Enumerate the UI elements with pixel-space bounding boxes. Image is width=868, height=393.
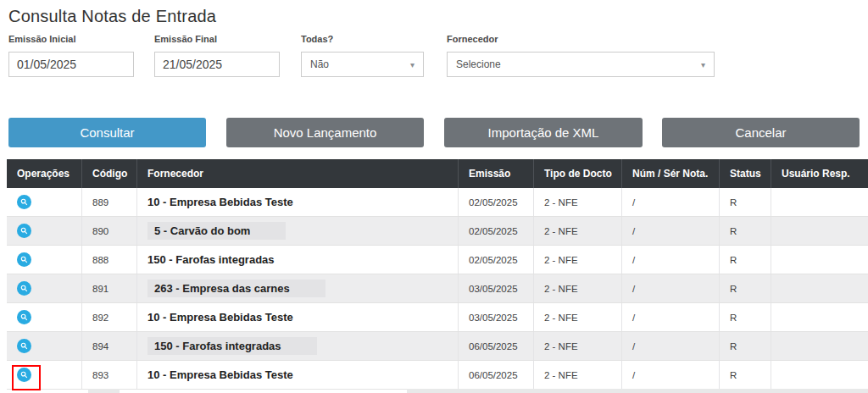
codigo-cell: 890: [82, 217, 137, 245]
notas-table: Operações Código Fornecedor Emissão Tipo…: [7, 159, 868, 390]
table-row: 894 150 - Farofas integradas 06/05/2025 …: [7, 332, 868, 361]
fornecedor-value: 150 - Farofas integradas: [147, 253, 275, 266]
view-nota-button[interactable]: [17, 281, 31, 296]
emissao-cell: 06/05/2025: [459, 332, 534, 360]
usuario-resp-cell: [771, 217, 868, 245]
column-header-fornecedor: Fornecedor: [137, 159, 459, 188]
annotation-red-box: [12, 365, 41, 390]
fornecedor-cell: 5 - Carvão do bom: [137, 217, 459, 245]
emissao-cell: 03/05/2025: [459, 303, 534, 331]
novo-lancamento-button[interactable]: Novo Lançamento: [226, 118, 424, 147]
todas-selected-value: Não: [310, 58, 329, 70]
todas-label: Todas?: [301, 34, 424, 44]
column-header-operacoes: Operações: [7, 159, 82, 188]
fornecedor-label: Fornecedor: [447, 34, 715, 44]
operacoes-cell: [7, 246, 82, 274]
status-cell: R: [720, 332, 771, 360]
num-ser-nota-cell: /: [622, 188, 720, 216]
num-ser-nota-cell: /: [622, 332, 720, 360]
view-nota-button[interactable]: [17, 252, 31, 267]
codigo-cell: 892: [82, 303, 137, 331]
fornecedor-value: 263 - Empresa das carnes: [147, 280, 326, 297]
field-fornecedor: Fornecedor Selecione ▾: [447, 34, 715, 77]
partial-next-row-strip: [88, 389, 120, 393]
usuario-resp-cell: [771, 303, 868, 331]
fornecedor-selected-value: Selecione: [456, 58, 501, 70]
num-ser-nota-cell: /: [622, 274, 720, 302]
tipo-docto-cell: 2 - NFE: [534, 274, 622, 302]
status-cell: R: [720, 303, 771, 331]
num-ser-nota-cell: /: [622, 246, 720, 274]
operacoes-cell: [7, 332, 82, 360]
usuario-resp-cell: [771, 332, 868, 360]
partial-next-row-strip: [407, 389, 868, 393]
fornecedor-cell: 263 - Empresa das carnes: [137, 274, 459, 302]
tipo-docto-cell: 2 - NFE: [534, 188, 622, 216]
usuario-resp-cell: [771, 361, 868, 389]
status-cell: R: [720, 274, 771, 302]
status-cell: R: [720, 217, 771, 245]
fornecedor-cell: 10 - Empresa Bebidas Teste: [137, 303, 459, 331]
magnifier-icon: [20, 342, 28, 350]
column-header-emissao: Emissão: [459, 159, 534, 188]
column-header-status: Status: [720, 159, 771, 188]
num-ser-nota-cell: /: [622, 303, 720, 331]
tipo-docto-cell: 2 - NFE: [534, 303, 622, 331]
tipo-docto-cell: 2 - NFE: [534, 217, 622, 245]
operacoes-cell: [7, 188, 82, 216]
chevron-down-icon: ▾: [410, 60, 415, 69]
operacoes-cell: [7, 274, 82, 302]
table-row: 890 5 - Carvão do bom 02/05/2025 2 - NFE…: [7, 217, 868, 246]
consultar-button[interactable]: Consultar: [8, 118, 206, 147]
operacoes-cell: [7, 303, 82, 331]
tipo-docto-cell: 2 - NFE: [534, 332, 622, 360]
emissao-inicial-input[interactable]: [8, 52, 134, 77]
codigo-cell: 894: [82, 332, 137, 360]
table-row: 889 10 - Empresa Bebidas Teste 02/05/202…: [7, 188, 868, 217]
importacao-xml-button[interactable]: Importação de XML: [444, 118, 643, 147]
fornecedor-value: 5 - Carvão do bom: [147, 222, 286, 240]
table-row: 892 10 - Empresa Bebidas Teste 03/05/202…: [7, 303, 868, 332]
emissao-cell: 02/05/2025: [459, 217, 534, 245]
column-header-codigo: Código: [82, 159, 137, 188]
fornecedor-select[interactable]: Selecione ▾: [447, 52, 715, 77]
field-emissao-final: Emissão Final: [154, 34, 280, 77]
table-body: 889 10 - Empresa Bebidas Teste 02/05/202…: [7, 188, 868, 390]
codigo-cell: 893: [82, 361, 137, 389]
emissao-cell: 02/05/2025: [459, 246, 534, 274]
column-header-num-ser-nota: Núm / Sér Nota.: [622, 159, 720, 188]
table-header-row: Operações Código Fornecedor Emissão Tipo…: [7, 159, 868, 188]
emissao-cell: 02/05/2025: [459, 188, 534, 216]
fornecedor-cell: 150 - Farofas integradas: [137, 332, 459, 360]
view-nota-button[interactable]: [17, 224, 31, 238]
view-nota-button[interactable]: [17, 310, 31, 324]
todas-select[interactable]: Não ▾: [301, 52, 424, 77]
fornecedor-cell: 10 - Empresa Bebidas Teste: [137, 188, 459, 216]
magnifier-icon: [20, 285, 28, 292]
status-cell: R: [720, 188, 771, 216]
magnifier-icon: [20, 313, 28, 321]
usuario-resp-cell: [771, 246, 868, 274]
page-title: Consulta Notas de Entrada: [8, 7, 216, 26]
cancelar-button[interactable]: Cancelar: [662, 118, 860, 147]
chevron-down-icon: ▾: [701, 60, 705, 69]
codigo-cell: 888: [82, 246, 137, 274]
tipo-docto-cell: 2 - NFE: [534, 246, 622, 274]
magnifier-icon: [20, 198, 28, 206]
status-cell: R: [720, 246, 771, 274]
field-emissao-inicial: Emissão Inicial: [8, 34, 134, 77]
emissao-final-input[interactable]: [154, 52, 280, 77]
table-row: 888 150 - Farofas integradas 02/05/2025 …: [7, 246, 868, 274]
fornecedor-value: 150 - Farofas integradas: [147, 337, 317, 355]
status-cell: R: [720, 361, 771, 389]
fornecedor-cell: 10 - Empresa Bebidas Teste: [137, 361, 459, 389]
table-row: 891 263 - Empresa das carnes 03/05/2025 …: [7, 274, 868, 303]
view-nota-button[interactable]: [17, 339, 31, 353]
operacoes-cell: [7, 217, 82, 245]
num-ser-nota-cell: /: [622, 217, 720, 245]
tipo-docto-cell: 2 - NFE: [534, 361, 622, 389]
view-nota-button[interactable]: [17, 195, 31, 209]
usuario-resp-cell: [771, 274, 868, 302]
codigo-cell: 889: [82, 188, 137, 216]
num-ser-nota-cell: /: [622, 361, 720, 389]
